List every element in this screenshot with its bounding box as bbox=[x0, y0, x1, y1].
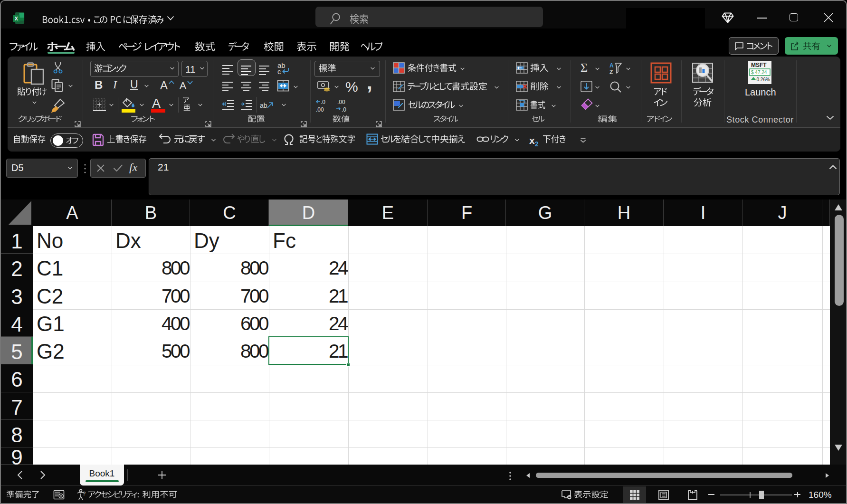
svg-text:ab: ab bbox=[260, 102, 267, 109]
svg-text:MSFT: MSFT bbox=[751, 62, 767, 68]
svg-text:.00: .00 bbox=[316, 106, 324, 113]
svg-text:Z: Z bbox=[609, 69, 613, 75]
svg-text:$ 47.24: $ 47.24 bbox=[751, 70, 767, 75]
svg-text:0.26%: 0.26% bbox=[757, 77, 770, 82]
svg-text:?: ? bbox=[83, 491, 86, 496]
svg-text:.0: .0 bbox=[321, 99, 325, 105]
svg-text:A: A bbox=[609, 62, 614, 69]
svg-text:X: X bbox=[15, 16, 18, 21]
svg-text:.00: .00 bbox=[337, 99, 345, 105]
svg-text:c: c bbox=[277, 67, 281, 75]
svg-text:.0: .0 bbox=[342, 106, 346, 113]
